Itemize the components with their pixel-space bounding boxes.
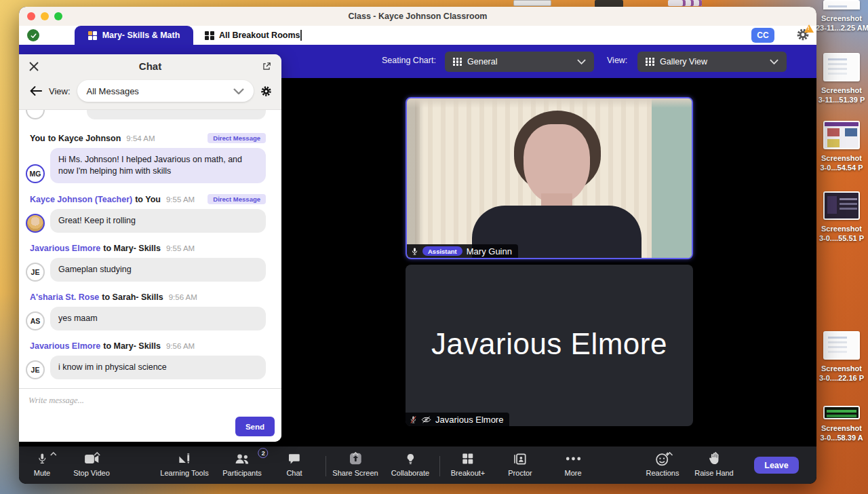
chat-bubble-icon [286, 451, 302, 467]
meeting-toolbar: Mute Stop Video Learning Tools 2 [19, 446, 816, 484]
video-tile-javarious-elmore[interactable]: Javarious Elmore Javarious Elmore [406, 265, 693, 426]
message-recipient: to Mary- Skills [103, 341, 161, 351]
file-label: Screenshot3-0....55.51 P [816, 224, 867, 243]
message-bubble: i know im in physical science [50, 356, 266, 379]
seating-chart-label: Seating Chart: [382, 56, 436, 65]
message-sender[interactable]: A'sharia St. Rose [30, 292, 99, 302]
seating-chart-select[interactable]: General [445, 52, 594, 72]
desktop-file[interactable]: Screenshot3-0...54.54 P [816, 121, 867, 172]
leave-button[interactable]: Leave [754, 457, 799, 474]
participants-count-badge: 2 [258, 448, 269, 458]
message-sender[interactable]: Kayce Johnson (Teacher) [30, 195, 132, 204]
video-tile-mary-guinn[interactable]: Assistant Mary Guinn [406, 97, 693, 259]
chat-message: A'sharia St. Rose to Sarah- Skills 9:56 … [19, 292, 281, 330]
desktop-file[interactable]: Screenshot23-11...2.25 AM [816, 0, 867, 33]
chat-message: You to Kayce Johnson 9:54 AM Direct Mess… [19, 133, 281, 183]
chat-settings-gear-icon[interactable] [260, 86, 272, 97]
desktop-file[interactable]: Screenshot3-11...51.39 P [816, 53, 867, 104]
message-input[interactable] [28, 396, 232, 406]
desktop-file[interactable]: Screenshot3-0....55.51 P [816, 191, 867, 243]
tab-divider [300, 30, 302, 41]
message-bubble: Great! Keep it rolling [50, 209, 266, 233]
class-app-window: Class - Kayce Johnson Classroom Mary- Sk… [19, 7, 816, 484]
chat-filter-row: View: All Messages [19, 78, 281, 110]
chat-message-list[interactable]: You to Kayce Johnson 9:54 AM Direct Mess… [19, 110, 281, 388]
close-window-button[interactable] [27, 12, 35, 20]
file-label: Screenshot3-11...51.39 P [816, 86, 867, 104]
chevron-down-icon [770, 59, 778, 64]
message-sender[interactable]: Javarious Elmore [30, 341, 100, 351]
file-thumbnail [823, 121, 860, 149]
desktop: Screenshot23-11...2.25 AM Screenshot3-11… [0, 0, 868, 494]
participant-name-bar: Javarious Elmore [406, 413, 509, 426]
chat-view-select[interactable]: All Messages [77, 80, 254, 102]
stop-video-button[interactable]: Stop Video [73, 451, 110, 477]
share-screen-button[interactable]: Share Screen [332, 451, 378, 477]
participant-name-bar: Assistant Mary Guinn [407, 244, 518, 258]
direct-message-badge: Direct Message [208, 194, 266, 204]
toolbar-divider [326, 456, 326, 476]
file-thumbnail [823, 0, 860, 10]
camera-icon [73, 451, 110, 467]
message-time: 9:56 AM [169, 293, 197, 301]
file-thumbnail [823, 191, 860, 220]
proctor-button[interactable]: Proctor [508, 451, 532, 477]
chevron-up-icon[interactable] [352, 452, 359, 456]
tab-strip: Mary- Skills & Math All Breakout Rooms C… [19, 26, 816, 45]
grid-icon [646, 58, 654, 66]
message-bubble: Gameplan studying [50, 258, 266, 282]
file-label: Screenshot23-11...2.25 AM [816, 14, 867, 33]
participant-display-name: Javarious Elmore [406, 327, 693, 361]
message-sender[interactable]: Javarious Elmore [30, 244, 100, 253]
closed-captions-button[interactable]: CC [751, 28, 774, 43]
reactions-button[interactable]: Reactions [646, 451, 679, 477]
desktop-file[interactable]: Screenshot3-0...58.39 A [816, 406, 867, 442]
breakout-button[interactable]: Breakout+ [451, 451, 485, 477]
chevron-up-icon[interactable] [94, 452, 100, 456]
more-button[interactable]: More [564, 451, 581, 477]
message-time: 9:54 AM [126, 134, 155, 142]
more-dots-icon [564, 451, 581, 467]
participants-button[interactable]: 2 Participants [222, 451, 261, 477]
mute-button[interactable]: Mute [34, 451, 50, 477]
file-label: Screenshot3-0...54.54 P [816, 153, 867, 172]
send-button[interactable]: Send [235, 417, 275, 436]
tab-mary-skills-math[interactable]: Mary- Skills & Math [75, 26, 193, 45]
chevron-up-icon[interactable] [712, 452, 719, 456]
settings-gear-icon[interactable] [796, 28, 811, 43]
file-label: Screenshot3-0....22.16 P [816, 364, 867, 383]
chat-message: Javarious Elmore to Mary- Skills 9:55 AM… [19, 244, 281, 282]
avatar-photo [26, 214, 45, 233]
avatar: JE [26, 360, 45, 379]
tab-all-breakout-rooms[interactable]: All Breakout Rooms [197, 26, 308, 45]
shield-check-icon [27, 29, 39, 41]
chevron-down-icon [577, 59, 586, 64]
chat-view-value: All Messages [87, 86, 139, 96]
partial-message [19, 111, 281, 122]
chevron-up-icon[interactable] [667, 452, 673, 456]
zoom-window-button[interactable] [54, 12, 62, 20]
minimize-window-button[interactable] [41, 12, 49, 20]
back-arrow-icon[interactable] [30, 86, 42, 96]
avatar: JE [26, 263, 45, 282]
message-sender[interactable]: You [30, 134, 45, 143]
message-time: 9:56 AM [166, 342, 195, 350]
participant-name: Javarious Elmore [435, 415, 503, 425]
file-thumbnail [823, 331, 860, 360]
raise-hand-button[interactable]: Raise Hand [694, 451, 733, 477]
view-label: View: [607, 56, 627, 65]
avatar: MG [26, 164, 45, 183]
popout-chat-icon[interactable] [260, 60, 273, 73]
rooms-grid-icon [205, 31, 214, 40]
chevron-down-icon [233, 88, 244, 94]
close-chat-icon[interactable] [27, 60, 41, 73]
desktop-file[interactable]: Screenshot3-0....22.16 P [816, 331, 867, 383]
desktop-icon-partial [668, 0, 702, 6]
message-recipient: to Mary- Skills [103, 244, 161, 253]
chat-button[interactable]: Chat [286, 451, 302, 477]
message-recipient: to You [135, 195, 161, 204]
collaborate-button[interactable]: Collaborate [391, 451, 429, 477]
view-select[interactable]: Gallery View [637, 52, 787, 72]
learning-tools-button[interactable]: Learning Tools [160, 451, 208, 477]
chevron-up-icon[interactable] [50, 452, 57, 456]
